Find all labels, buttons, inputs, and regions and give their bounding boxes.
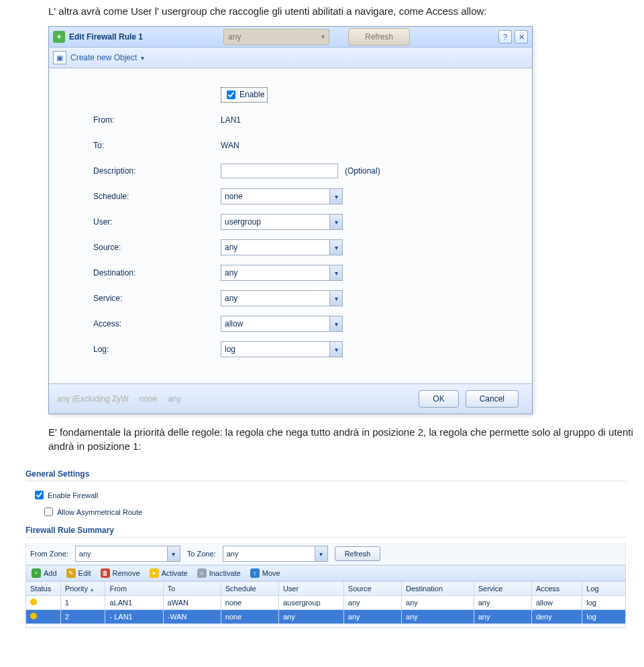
asymmetrical-route-checkbox[interactable]: [44, 507, 53, 516]
refresh-button[interactable]: Refresh: [335, 546, 381, 561]
paragraph-2: E' fondamentale la priorità delle regole…: [0, 421, 644, 457]
user-select[interactable]: usergroup▾: [221, 214, 343, 230]
help-button[interactable]: ?: [498, 30, 512, 44]
chevron-down-icon: ▾: [315, 546, 327, 561]
log-label: Log:: [93, 345, 221, 354]
log-select[interactable]: log▾: [221, 341, 343, 357]
activate-button[interactable]: ●Activate: [150, 568, 188, 578]
chevron-down-icon: ▾: [141, 54, 144, 62]
edit-button[interactable]: ✎Edit: [66, 568, 91, 578]
add-rule-icon: +: [53, 31, 65, 43]
ok-button[interactable]: OK: [419, 390, 458, 408]
pencil-icon: ✎: [66, 568, 76, 578]
bulb-off-icon: ○: [197, 568, 207, 578]
schedule-select[interactable]: none▾: [221, 188, 343, 204]
destination-select[interactable]: any▾: [221, 265, 343, 281]
table-row[interactable]: 1aLAN1aWANnoneausergroupanyanyanyallowlo…: [26, 596, 626, 610]
chevron-down-icon: ▾: [329, 342, 342, 357]
plus-icon: +: [32, 568, 41, 578]
description-input[interactable]: [221, 164, 338, 178]
col-status[interactable]: Status: [26, 582, 61, 596]
col-user[interactable]: User: [278, 582, 343, 596]
enable-checkbox-wrap[interactable]: Enable: [221, 87, 268, 103]
to-zone-label: To Zone:: [187, 550, 216, 558]
disabled-refresh-behind: Refresh: [348, 28, 410, 46]
col-schedule[interactable]: Schedule: [221, 582, 278, 596]
service-label: Service:: [93, 294, 221, 303]
firewall-summary-panel: General Settings Enable Firewall Allow A…: [25, 464, 626, 628]
to-zone-select[interactable]: any▾: [223, 546, 328, 562]
inactivate-button[interactable]: ○Inactivate: [197, 568, 241, 578]
col-destination[interactable]: Destination: [402, 582, 474, 596]
source-select[interactable]: any▾: [221, 239, 343, 255]
firewall-rule-summary-header: Firewall Rule Summary: [25, 520, 626, 538]
ghost-row-behind: any (Excluding ZyW none any: [57, 394, 412, 404]
chevron-down-icon: ▾: [329, 189, 342, 204]
from-zone-select[interactable]: any▾: [75, 546, 180, 562]
description-label: Description:: [93, 166, 221, 176]
optional-label: (Optional): [345, 166, 380, 176]
asymmetrical-route-label: Allow Asymmetrical Route: [57, 508, 142, 516]
col-access[interactable]: Access: [531, 582, 582, 596]
from-value: LAN1: [221, 115, 338, 125]
trash-icon: 🗑: [101, 568, 110, 578]
col-from[interactable]: From: [105, 582, 163, 596]
from-label: From:: [93, 115, 221, 125]
access-label: Access:: [93, 319, 221, 328]
enable-checkbox[interactable]: [227, 90, 235, 99]
bulb-icon: ●: [150, 568, 159, 578]
from-zone-label: From Zone:: [30, 550, 68, 558]
enable-firewall-label: Enable Firewall: [48, 491, 98, 499]
col-source[interactable]: Source: [343, 582, 401, 596]
move-icon: ↕: [250, 568, 260, 578]
move-button[interactable]: ↕Move: [250, 568, 280, 578]
chevron-down-icon: ▾: [329, 215, 342, 229]
close-button[interactable]: ✕: [515, 30, 528, 44]
chevron-down-icon: ▾: [329, 316, 342, 331]
dialog-title: Edit Firewall Rule 1: [69, 32, 143, 42]
to-value: WAN: [221, 141, 338, 150]
status-active-icon: [30, 613, 37, 619]
cancel-button[interactable]: Cancel: [466, 390, 519, 408]
user-label: User:: [93, 217, 221, 227]
destination-label: Destination:: [93, 268, 221, 278]
chevron-down-icon: ▾: [329, 240, 342, 255]
source-label: Source:: [93, 243, 221, 252]
remove-button[interactable]: 🗑Remove: [101, 568, 140, 578]
service-select[interactable]: any▾: [221, 290, 343, 306]
to-label: To:: [93, 141, 221, 150]
horizontal-scroll-hint[interactable]: [25, 624, 626, 628]
enable-label: Enable: [239, 90, 264, 99]
chevron-down-icon: ▾: [329, 265, 342, 280]
rules-table: Status Priority From To Schedule User So…: [25, 581, 626, 624]
status-active-icon: [30, 599, 37, 605]
create-new-object-button[interactable]: Create new Object: [70, 53, 137, 62]
edit-firewall-rule-dialog: + Edit Firewall Rule 1 any Refresh ? ✕ ▣…: [48, 26, 533, 414]
schedule-label: Schedule:: [93, 192, 221, 201]
chevron-down-icon: ▾: [329, 291, 342, 306]
col-to[interactable]: To: [163, 582, 221, 596]
chevron-down-icon: ▾: [167, 546, 180, 561]
col-priority[interactable]: Priority: [60, 582, 105, 596]
col-log[interactable]: Log: [582, 582, 626, 596]
access-select[interactable]: allow▾: [221, 316, 343, 332]
col-service[interactable]: Service: [474, 582, 531, 596]
enable-firewall-checkbox[interactable]: [35, 491, 44, 499]
table-row[interactable]: 2- LAN1-WANnoneanyanyanyanydenylog: [26, 610, 626, 624]
disabled-dropdown-behind: any: [223, 29, 329, 45]
add-button[interactable]: +Add: [32, 568, 57, 578]
new-object-icon: ▣: [53, 51, 66, 64]
paragraph-1: L' altra avrà come User l' usergroup che…: [0, 0, 644, 22]
general-settings-header: General Settings: [25, 464, 626, 481]
